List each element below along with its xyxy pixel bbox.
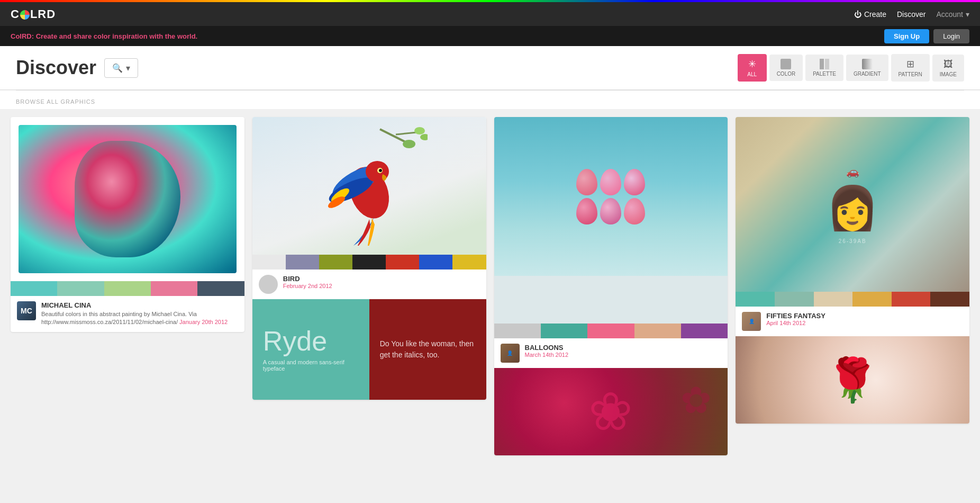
card-footer-fifties: 👤 FIFTIES FANTASY April 14th 2012 xyxy=(736,307,969,336)
swatch-bal5 xyxy=(681,324,728,338)
brand-name: CoIRD: xyxy=(11,32,34,40)
card-fifties: 🚗 👩 26-39AB 👤 FIFTIES FANTAS xyxy=(736,117,969,424)
asterisk-icon: ✳ xyxy=(748,58,756,70)
rose-image: 🌹 xyxy=(736,336,969,424)
create-nav-link[interactable]: ⏻ Create xyxy=(854,10,886,19)
floral-pattern-2: ✿ xyxy=(680,379,712,422)
swatch-3 xyxy=(104,281,151,296)
logo-text: CLRD xyxy=(11,7,56,21)
typo-big-text: Ryde xyxy=(263,327,359,355)
discover-title-area: Discover 🔍 ▾ xyxy=(16,57,138,79)
discover-nav-link[interactable]: Discover xyxy=(897,10,925,19)
card-title-balloons: BALLOONS xyxy=(525,344,722,352)
swatches-fifties xyxy=(736,292,969,307)
filter-all-button[interactable]: ✳ ALL xyxy=(738,54,767,82)
floral-image: ❀ ✿ xyxy=(494,368,728,455)
search-icon: 🔍 xyxy=(112,63,123,73)
tagline-text: Create and share color inspiration with … xyxy=(36,32,198,40)
filter-gradient-label: GRADIENT xyxy=(854,71,881,77)
quote-text: Do You like the woman, then get the ital… xyxy=(380,338,476,361)
svg-point-12 xyxy=(379,169,382,172)
floral-pattern: ❀ xyxy=(588,381,633,443)
svg-point-2 xyxy=(403,140,415,148)
sub-header: CoIRD: Create and share color inspiratio… xyxy=(0,26,980,46)
filter-all-label: ALL xyxy=(747,71,757,77)
svg-point-3 xyxy=(414,127,425,134)
abstract-blob xyxy=(75,141,180,257)
balloons-image xyxy=(494,117,728,276)
swatch-bal3 xyxy=(587,324,634,338)
balloon-6 xyxy=(624,198,645,224)
card-balloons: 👤 BALLOONS March 14th 2012 ❀ ✿ xyxy=(494,117,728,455)
main-content: MC MICHAEL CINA Beautiful colors in this… xyxy=(0,109,980,463)
filter-buttons: ✳ ALL COLOR PALETTE GRADIENT ⊞ PATTERN 🖼… xyxy=(738,54,964,82)
swatches-bird xyxy=(252,255,486,270)
balloon-1 xyxy=(576,169,597,195)
avatar-bird xyxy=(259,275,278,294)
fifties-scene: 🚗 👩 26-39AB xyxy=(826,165,879,244)
avatar-fifties: 👤 xyxy=(742,312,761,331)
avatar-balloons: 👤 xyxy=(501,344,520,363)
bird-image xyxy=(252,117,486,255)
gradient-icon xyxy=(862,59,873,69)
search-button[interactable]: 🔍 ▾ xyxy=(104,58,138,78)
chevron-down-icon: ▾ xyxy=(966,10,969,19)
filter-pattern-button[interactable]: ⊞ PATTERN xyxy=(891,54,930,82)
palette-icon xyxy=(820,59,829,69)
balloon-3 xyxy=(624,169,645,195)
logo[interactable]: CLRD xyxy=(11,7,56,21)
swatch-bal4 xyxy=(634,324,681,338)
avatar-michael: MC xyxy=(17,301,36,320)
sub-buttons: Sign Up Login xyxy=(884,29,969,43)
filter-color-label: COLOR xyxy=(777,71,796,77)
swatch-b7 xyxy=(452,255,486,270)
swatch-b2 xyxy=(286,255,319,270)
balloon-5 xyxy=(600,198,621,224)
filter-palette-label: PALETTE xyxy=(813,71,836,77)
card-footer-michael: MC MICHAEL CINA Beautiful colors in this… xyxy=(11,296,244,332)
signup-button[interactable]: Sign Up xyxy=(884,29,929,43)
card-date-balloons: March 14th 2012 xyxy=(525,352,722,358)
filter-color-button[interactable]: COLOR xyxy=(769,55,803,81)
balloon-cluster xyxy=(574,169,648,224)
swatch-b3 xyxy=(319,255,352,270)
power-icon: ⏻ xyxy=(854,10,861,19)
card-abstract-area xyxy=(11,117,244,281)
swatch-5 xyxy=(197,281,244,296)
card-title-bird: BIRD xyxy=(283,275,480,283)
fifties-image: 🚗 👩 26-39AB xyxy=(736,117,969,292)
swatch-b5 xyxy=(386,255,419,270)
filter-image-label: IMAGE xyxy=(940,71,957,77)
account-nav-link[interactable]: Account ▾ xyxy=(936,10,969,19)
main-nav: CLRD ⏻ Create Discover Account ▾ xyxy=(0,2,980,26)
svg-point-4 xyxy=(420,134,428,140)
image-icon: 🖼 xyxy=(943,59,953,70)
filter-image-button[interactable]: 🖼 IMAGE xyxy=(932,55,964,82)
swatch-f3 xyxy=(814,292,853,307)
swatch-f6 xyxy=(930,292,969,307)
color-icon xyxy=(781,59,791,69)
swatch-f4 xyxy=(852,292,892,307)
card-title-michael: MICHAEL CINA xyxy=(41,301,238,309)
swatch-1 xyxy=(11,281,57,296)
ryde-image: Ryde A casual and modern sans-serif type… xyxy=(252,299,486,400)
create-label: Create xyxy=(864,10,886,19)
swatch-f1 xyxy=(736,292,775,307)
typo-right: Do You like the woman, then get the ital… xyxy=(369,299,486,400)
car-label: 🚗 xyxy=(846,165,859,178)
card-date-bird: February 2nd 2012 xyxy=(283,283,480,289)
avatar-fifties-initials: 👤 xyxy=(749,319,755,324)
login-button[interactable]: Login xyxy=(933,29,969,43)
swatch-4 xyxy=(151,281,197,296)
card-bird: BIRD February 2nd 2012 Ryde A casual and… xyxy=(252,117,486,400)
logo-o-icon xyxy=(20,10,30,20)
swatch-bal1 xyxy=(494,324,541,338)
filter-palette-button[interactable]: PALETTE xyxy=(805,55,843,81)
filter-gradient-button[interactable]: GRADIENT xyxy=(846,55,888,81)
filter-pattern-label: PATTERN xyxy=(899,71,922,77)
balloons-reflection xyxy=(494,276,728,324)
card-date-michael[interactable]: January 20th 2012 xyxy=(179,319,228,325)
typo-left: Ryde A casual and modern sans-serif type… xyxy=(252,299,369,400)
discover-header: Discover 🔍 ▾ ✳ ALL COLOR PALETTE GRADIEN… xyxy=(0,46,980,90)
swatches-balloons xyxy=(494,324,728,338)
